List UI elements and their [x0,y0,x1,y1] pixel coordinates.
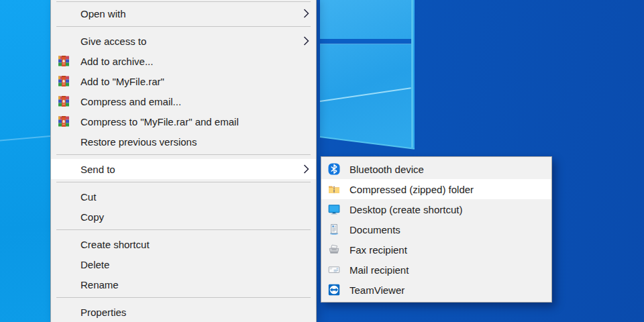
menu-item-label: Restore previous versions [80,136,309,148]
menu-separator [56,1,311,2]
menu-item-cut[interactable]: Cut [51,186,316,207]
menu-item-give-access-to[interactable]: Give access to [51,31,316,51]
icon-placeholder [58,211,70,223]
teamviewer-icon [328,284,340,296]
menu-separator [56,154,311,155]
menu-item-open-with[interactable]: Open with [51,3,316,23]
menu-item-label: Desktop (create shortcut) [350,204,545,215]
winrar-icon [58,55,70,67]
menu-item-label: Open with [80,8,298,19]
fax-icon [328,244,340,256]
menu-item-bluetooth-device[interactable]: Bluetooth device [321,159,551,179]
menu-item-copy[interactable]: Copy [51,207,316,227]
menu-item-label: Compress to "MyFile.rar" and email [80,116,309,127]
documents-icon [328,223,340,235]
windows-logo-pane [320,0,415,149]
menu-item-fax-recipient[interactable]: Fax recipient [321,239,551,260]
menu-item-label: Rename [80,279,309,290]
menu-item-label: Properties [80,307,309,318]
menu-item-label: Cut [80,191,309,203]
menu-item-desktop-create-shortcut[interactable]: Desktop (create shortcut) [321,199,551,219]
winrar-icon [58,115,70,127]
icon-placeholder [58,306,70,318]
menu-item-label: Compress and email... [80,96,309,107]
icon-placeholder [58,7,70,19]
menu-separator [56,26,311,27]
menu-item-documents[interactable]: Documents [321,219,551,239]
send-to-submenu: Bluetooth deviceCompressed (zipped) fold… [321,156,552,303]
menu-item-label: Add to "MyFile.rar" [80,76,309,87]
icon-placeholder [58,191,70,203]
icon-placeholder [58,238,70,250]
menu-item-compressed-zipped-folder[interactable]: Compressed (zipped) folder [321,179,551,199]
menu-item-label: Fax recipient [350,244,545,256]
icon-placeholder [58,163,70,175]
icon-placeholder [58,136,70,148]
winrar-icon [58,75,70,87]
menu-item-label: Copy [80,211,309,223]
mail-icon [328,264,340,276]
menu-separator [56,229,311,230]
menu-item-add-to-myfile-rar[interactable]: Add to "MyFile.rar" [51,71,316,91]
submenu-arrow-icon [303,36,309,46]
bluetooth-icon [328,163,340,175]
context-menu: Open withGive access toAdd to archive...… [50,0,317,322]
menu-item-rename[interactable]: Rename [51,274,316,294]
windows-logo-frame-bar [320,39,412,44]
menu-item-add-to-archive[interactable]: Add to archive... [51,51,316,71]
menu-item-delete[interactable]: Delete [51,254,316,274]
menu-item-label: Create shortcut [80,239,309,250]
desktop-icon [328,203,340,215]
menu-item-properties[interactable]: Properties [51,302,316,322]
submenu-arrow-icon [303,8,309,19]
windows-logo-left-glow [0,0,51,322]
menu-item-create-shortcut[interactable]: Create shortcut [51,234,316,254]
menu-item-label: Add to archive... [80,56,309,67]
zipped-folder-icon [328,183,340,195]
icon-placeholder [58,258,70,270]
menu-item-teamviewer[interactable]: TeamViewer [321,280,551,300]
menu-item-label: Send to [80,164,298,175]
menu-item-label: Compressed (zipped) folder [350,184,545,195]
menu-item-label: Give access to [80,36,298,47]
menu-item-label: Bluetooth device [350,164,545,175]
menu-item-label: Delete [80,259,309,270]
icon-placeholder [58,278,70,290]
icon-placeholder [58,35,70,47]
menu-item-label: Documents [350,224,545,235]
submenu-arrow-icon [303,164,309,174]
menu-item-mail-recipient[interactable]: Mail recipient [321,260,551,280]
menu-item-compress-and-email[interactable]: Compress and email... [51,91,316,111]
winrar-icon [58,95,70,107]
windows-logo-pane-right-edge [411,0,413,148]
menu-item-compress-to-myfile-rar-and-email[interactable]: Compress to "MyFile.rar" and email [51,111,316,131]
menu-item-label: Mail recipient [350,264,545,276]
menu-item-restore-previous-versions[interactable]: Restore previous versions [51,131,316,152]
menu-item-label: TeamViewer [350,284,545,296]
menu-separator [56,297,311,298]
menu-separator [56,182,311,182]
menu-item-send-to[interactable]: Send to [51,159,316,179]
